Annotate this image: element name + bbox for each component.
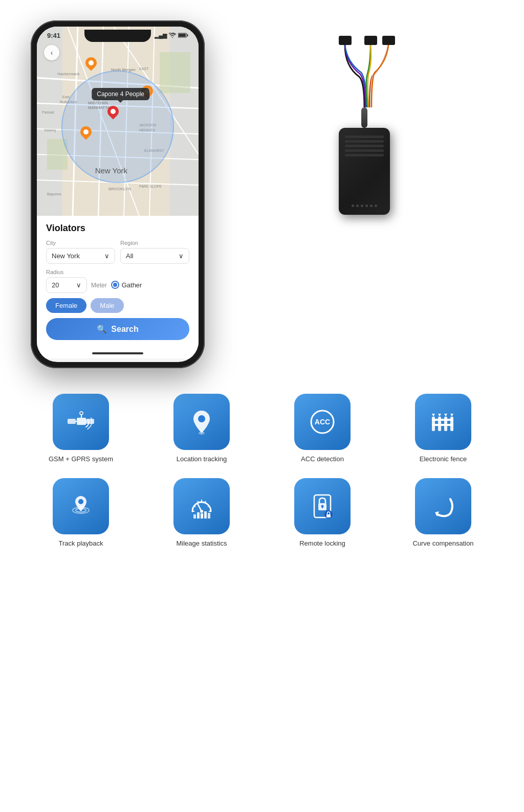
- location-icon-box: [173, 394, 230, 450]
- north-bergen-label: North Bergen: [111, 67, 136, 72]
- svg-text:Bayonne: Bayonne: [47, 192, 61, 196]
- region-group: Region All ∨: [120, 240, 189, 264]
- mileage-icon-box: [173, 478, 230, 534]
- phone-screen: 9:41 ▂▄▆: [37, 27, 199, 362]
- track-icon-box: [53, 478, 109, 534]
- phone-mockup: 9:41 ▂▄▆: [31, 20, 215, 368]
- svg-rect-76: [326, 514, 331, 517]
- acc-label: ACC detection: [301, 455, 344, 463]
- female-button[interactable]: Female: [46, 298, 86, 313]
- chevron-down-icon-3: ∨: [76, 281, 81, 289]
- radius-row: Radius 20 ∨ Meter Gather: [46, 269, 189, 293]
- lock-icon-box: [294, 478, 351, 534]
- city-group: City New York ∨: [46, 240, 115, 264]
- fence-icon-box: [415, 394, 471, 450]
- signal-icon: ▂▄▆: [155, 32, 167, 39]
- svg-rect-47: [432, 419, 453, 421]
- feature-track: Track playback: [26, 478, 136, 547]
- feature-location: Location tracking: [146, 394, 257, 463]
- back-button[interactable]: ‹: [44, 45, 59, 60]
- gps-device: [313, 36, 416, 215]
- svg-rect-32: [77, 418, 86, 425]
- mileage-icon: [186, 491, 217, 522]
- acc-icon: ACC: [307, 407, 338, 437]
- curve-compensation-icon: [428, 491, 458, 522]
- region-label: Region: [120, 240, 189, 246]
- battery-icon: [178, 33, 188, 39]
- chevron-down-icon-2: ∨: [179, 252, 184, 260]
- lock-label: Remote locking: [299, 539, 345, 547]
- chevron-down-icon: ∨: [104, 252, 110, 260]
- svg-rect-1: [187, 34, 188, 36]
- form-title: Violators: [46, 223, 189, 234]
- search-icon: 🔍: [97, 324, 107, 334]
- device-body: [339, 128, 390, 215]
- svg-rect-2: [179, 34, 186, 37]
- feature-acc: ACC ACC detection: [267, 394, 378, 463]
- svg-marker-51: [444, 414, 447, 417]
- city-label: City: [46, 240, 115, 246]
- fence-icon: [428, 407, 458, 437]
- feature-fence: Electronic fence: [388, 394, 498, 463]
- svg-marker-49: [432, 414, 435, 417]
- features-section: GSM + GPRS system Location tracking: [0, 378, 524, 562]
- region-select[interactable]: All ∨: [120, 248, 189, 264]
- svg-text:BROOKLYN: BROOKLYN: [108, 187, 131, 191]
- top-section: 9:41 ▂▄▆: [0, 0, 524, 378]
- device-leds: [352, 205, 377, 207]
- curve-icon-box: [415, 478, 471, 534]
- feature-mileage: Mileage statistics: [146, 478, 257, 547]
- features-grid: GSM + GPRS system Location tracking: [26, 394, 498, 547]
- status-icons: ▂▄▆: [155, 32, 188, 39]
- acc-icon-box: ACC: [294, 394, 351, 450]
- fence-label: Electronic fence: [420, 455, 467, 463]
- svg-rect-34: [86, 419, 94, 424]
- svg-point-40: [199, 432, 205, 435]
- track-playback-icon: [66, 491, 96, 522]
- map-area: Hackensack Passaic EAST HARLEM BROOKLYN …: [37, 27, 199, 216]
- gather-radio[interactable]: [111, 281, 119, 289]
- phone-notch: [84, 30, 151, 42]
- gather-option[interactable]: Gather: [111, 281, 142, 293]
- svg-rect-17: [160, 52, 190, 93]
- gps-device-container: [235, 20, 493, 215]
- svg-text:Hackensack: Hackensack: [57, 72, 80, 76]
- radius-select[interactable]: 20 ∨: [46, 277, 87, 293]
- track-label: Track playback: [59, 539, 103, 547]
- gender-row: Female Male: [46, 298, 189, 313]
- gsm-icon-box: [53, 394, 109, 450]
- phone-frame: 9:41 ▂▄▆: [31, 20, 205, 368]
- search-button[interactable]: 🔍 Search: [46, 318, 189, 340]
- male-button[interactable]: Male: [91, 298, 123, 313]
- wifi-icon: [169, 33, 176, 39]
- feature-lock: Remote locking: [267, 478, 378, 547]
- feature-gsm: GSM + GPRS system: [26, 394, 136, 463]
- svg-text:ACC: ACC: [315, 418, 330, 426]
- svg-rect-69: [204, 511, 207, 518]
- city-region-row: City New York ∨ Region All ∨: [46, 240, 189, 264]
- svg-rect-74: [322, 506, 323, 508]
- form-section: Violators City New York ∨ Region: [37, 216, 199, 348]
- svg-marker-50: [438, 414, 441, 417]
- svg-rect-67: [197, 512, 200, 518]
- svg-rect-70: [208, 513, 210, 518]
- svg-text:Kearny: Kearny: [45, 128, 56, 132]
- location-icon: [186, 407, 217, 437]
- location-label: Location tracking: [177, 455, 227, 463]
- new-york-label: New York: [95, 166, 127, 175]
- svg-marker-52: [450, 414, 453, 417]
- city-select[interactable]: New York ∨: [46, 248, 115, 264]
- feature-curve: Curve compensation: [388, 478, 498, 547]
- satellite-icon: [66, 407, 96, 437]
- device-cables-area: [323, 36, 405, 107]
- map-tooltip: Capone 4 People: [92, 88, 149, 100]
- mileage-label: Mileage statistics: [177, 539, 227, 547]
- svg-text:EAST: EAST: [139, 67, 149, 71]
- svg-text:Passaic: Passaic: [42, 110, 55, 114]
- svg-point-55: [78, 499, 83, 504]
- svg-point-65: [200, 510, 203, 513]
- meter-label: Meter: [91, 282, 107, 293]
- device-ribs: [345, 136, 384, 159]
- radius-group: Radius 20 ∨: [46, 269, 87, 293]
- home-bar: [92, 352, 143, 354]
